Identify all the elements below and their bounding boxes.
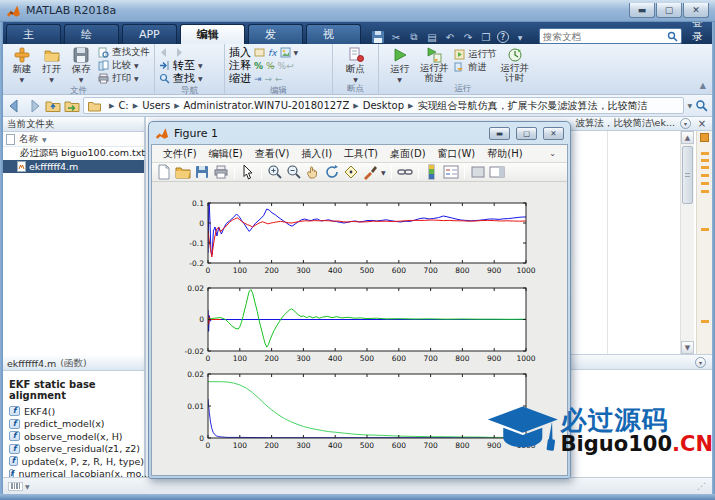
analyzer-status-square[interactable] xyxy=(700,133,709,142)
warning-mark[interactable] xyxy=(701,174,709,177)
save-button[interactable]: 保存▼ xyxy=(66,46,96,83)
link-plot-icon[interactable] xyxy=(397,164,413,180)
function-item[interactable]: fobserve_model(x, H) xyxy=(3,430,144,443)
print-figure-icon[interactable] xyxy=(213,164,229,180)
run-time-button[interactable]: 运行并计时 xyxy=(497,46,533,83)
indent-button[interactable]: 缩进 ⇥ → ← xyxy=(229,72,283,85)
advance-button[interactable]: 前进 xyxy=(454,61,497,74)
editor-close-icon[interactable]: × xyxy=(696,118,708,129)
code-analyzer-strip[interactable] xyxy=(696,131,712,354)
breakpoints-button[interactable]: 断点▼ xyxy=(339,46,372,83)
undo-icon[interactable]: ↶ xyxy=(443,30,457,44)
menu-file[interactable]: 文件(F) xyxy=(158,147,202,161)
menu-overflow-icon[interactable]: ⌄ xyxy=(544,149,561,158)
redo-icon[interactable]: ↷ xyxy=(461,30,475,44)
figure-close-button[interactable]: ✕ xyxy=(543,127,564,140)
maximize-button[interactable]: ▢ xyxy=(656,3,682,18)
tab-publish[interactable]: 发布 xyxy=(248,24,303,44)
editor-tab-label[interactable]: 波算法，比较简洁\ek... xyxy=(575,117,675,130)
menu-insert[interactable]: 插入(I) xyxy=(296,147,337,161)
figure-maximize-button[interactable]: ▢ xyxy=(516,127,537,140)
tab-home[interactable]: 主页 xyxy=(6,24,61,44)
close-button[interactable]: ✕ xyxy=(683,3,709,18)
zoom-out-icon[interactable] xyxy=(286,164,302,180)
breadcrumb-segment[interactable]: Administrator.WIN7U-20180127Z xyxy=(184,100,350,111)
copy-icon[interactable]: ⧉ xyxy=(407,30,421,44)
find-button[interactable]: 查找▼ xyxy=(159,72,203,85)
minimize-button[interactable]: ▬ xyxy=(629,3,655,18)
scrollbar-up-icon[interactable]: ▲ xyxy=(681,131,694,144)
menu-window[interactable]: 窗口(W) xyxy=(433,147,481,161)
function-item[interactable]: fupdate(x, P, z, R, H, type) xyxy=(3,455,144,468)
tab-plots[interactable]: 绘图 xyxy=(64,24,119,44)
name-column-header[interactable]: 名称 ▼ xyxy=(3,132,144,147)
search-input[interactable] xyxy=(543,31,667,42)
wrap-comment-icon[interactable]: %↩ xyxy=(278,61,294,71)
save-figure-icon[interactable] xyxy=(194,164,210,180)
paste-icon[interactable]: ▤ xyxy=(425,30,439,44)
brush-icon[interactable] xyxy=(362,164,378,180)
cut-icon[interactable]: ✂ xyxy=(389,30,403,44)
tab-view[interactable]: 视图 xyxy=(306,24,361,44)
edit-cursor-icon[interactable] xyxy=(240,164,256,180)
breadcrumb-segment[interactable]: Desktop xyxy=(363,100,404,111)
warning-mark[interactable] xyxy=(701,228,709,231)
function-item[interactable]: fpredict_model(x) xyxy=(3,418,144,431)
pan-hand-icon[interactable] xyxy=(305,164,321,180)
menu-desktop[interactable]: 桌面(D) xyxy=(385,147,431,161)
fx-icon[interactable]: fx xyxy=(268,48,277,58)
status-toggle-icon[interactable] xyxy=(8,482,23,491)
breadcrumb-dropdown-icon[interactable]: ▼ xyxy=(687,102,692,109)
warning-mark[interactable] xyxy=(701,320,709,323)
warning-mark[interactable] xyxy=(701,190,709,193)
breadcrumb-segment[interactable]: 实现组合导航仿真，扩展卡尔曼滤波算法，比较简洁 xyxy=(417,99,647,113)
collapse-ribbon-icon[interactable]: ▲ xyxy=(700,81,706,90)
legend-icon[interactable] xyxy=(443,164,459,180)
indent-right-icon[interactable]: → xyxy=(265,74,273,84)
uncomment-icon[interactable]: %̶ xyxy=(266,61,275,71)
new-window-icon[interactable]: ❐ xyxy=(479,30,493,44)
zoom-in-icon[interactable] xyxy=(267,164,283,180)
doc-search-box[interactable] xyxy=(539,28,682,44)
indent-left-icon[interactable]: ← xyxy=(275,74,283,84)
function-item[interactable]: fEKF4() xyxy=(3,405,144,418)
breadcrumb-segment[interactable]: C: xyxy=(118,100,128,111)
warning-mark[interactable] xyxy=(701,159,709,162)
figure-title-bar[interactable]: Figure 1 ▬ ▢ ✕ xyxy=(149,122,570,144)
compare-button[interactable]: 比较▼ xyxy=(98,59,150,72)
colorbar-icon[interactable] xyxy=(424,164,440,180)
file-row-txt[interactable]: 必过源码 biguo100.com.txt xyxy=(3,147,144,160)
run-advance-button[interactable]: 运行并前进 xyxy=(416,46,452,83)
figure-minimize-button[interactable]: ▬ xyxy=(489,127,510,140)
run-section-button[interactable]: 运行节 xyxy=(454,48,497,61)
rotate-3d-icon[interactable] xyxy=(324,164,340,180)
tab-editor[interactable]: 编辑器 xyxy=(180,24,245,44)
folder-up-icon[interactable] xyxy=(45,98,61,114)
search-icon[interactable] xyxy=(667,31,678,42)
hide-plot-tools-icon[interactable] xyxy=(470,164,486,180)
new-script-button[interactable]: 新建▼ xyxy=(7,46,37,83)
warning-mark[interactable] xyxy=(701,182,709,185)
smart-indent-icon[interactable]: ⇥ xyxy=(254,74,262,84)
resize-grip[interactable]: ⋰ xyxy=(697,481,707,491)
browse-folder-icon[interactable] xyxy=(64,98,80,114)
breadcrumb[interactable]: ▶C: ▶Users ▶Administrator.WIN7U-20180127… xyxy=(83,97,684,114)
data-cursor-icon[interactable] xyxy=(343,164,359,180)
editor-scrollbar[interactable]: ▲ ▼ xyxy=(680,131,694,354)
address-search-icon[interactable] xyxy=(695,99,708,112)
back-icon[interactable] xyxy=(159,47,170,58)
find-files-button[interactable]: 查找文件 xyxy=(98,46,150,59)
editor-actions-icon[interactable]: ▾ xyxy=(680,118,691,129)
splitter-collapse-icon[interactable]: ▾ xyxy=(695,357,706,368)
nav-forward-icon[interactable] xyxy=(26,98,42,114)
file-row-m-selected[interactable]: ekffffff4.m xyxy=(3,160,144,173)
menu-help[interactable]: 帮助(H) xyxy=(482,147,527,161)
comment-icon[interactable]: % xyxy=(254,61,263,71)
new-figure-icon[interactable] xyxy=(156,164,172,180)
help-icon[interactable]: ? xyxy=(497,31,509,43)
breadcrumb-segment[interactable]: Users xyxy=(142,100,170,111)
show-plot-tools-icon[interactable] xyxy=(489,164,505,180)
menu-tools[interactable]: 工具(T) xyxy=(339,147,383,161)
save-icon[interactable] xyxy=(371,30,385,44)
function-item[interactable]: fobserve_residual(z1, z2) xyxy=(3,443,144,456)
